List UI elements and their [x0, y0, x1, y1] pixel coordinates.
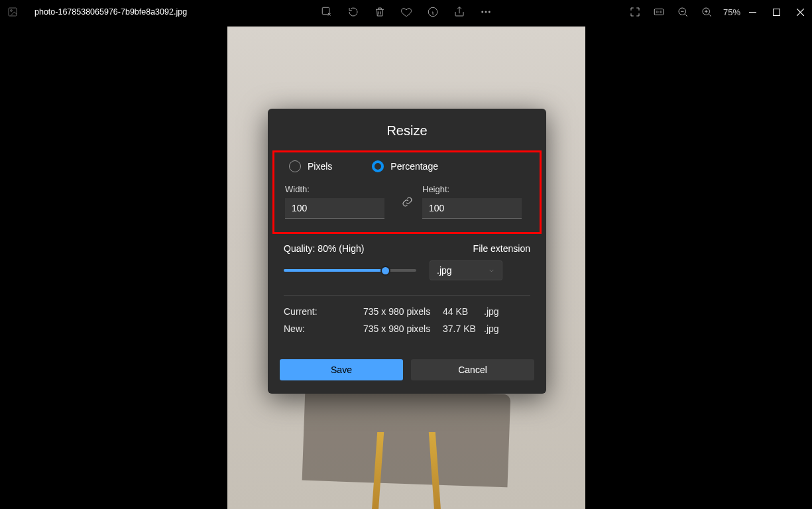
svg-point-6 — [489, 11, 490, 13]
chevron-down-icon — [488, 267, 495, 274]
file-extension-value: .jpg — [437, 265, 452, 276]
cancel-button[interactable]: Cancel — [411, 359, 534, 380]
filename: photo-1678538065976-7b9bfe8a3092.jpg — [34, 7, 187, 17]
current-ext: .jpg — [484, 306, 510, 317]
actual-size-icon[interactable] — [653, 6, 665, 18]
delete-icon[interactable] — [374, 6, 386, 18]
unit-radio-group: Pixels Percentage — [285, 160, 529, 172]
height-label: Height: — [422, 184, 529, 194]
app-icon — [3, 2, 23, 22]
svg-rect-0 — [9, 8, 17, 16]
svg-point-1 — [11, 10, 13, 12]
svg-point-5 — [485, 11, 486, 13]
close-button[interactable] — [788, 0, 812, 24]
radio-percentage[interactable]: Percentage — [372, 160, 438, 172]
favorite-icon[interactable] — [400, 6, 412, 18]
highlighted-region: Pixels Percentage Width: Height: — [272, 150, 542, 234]
radio-checked-icon — [372, 160, 384, 172]
zoom-in-icon[interactable] — [701, 6, 713, 18]
file-extension-select[interactable]: .jpg — [430, 260, 502, 280]
rotate-icon[interactable] — [347, 6, 359, 18]
quality-slider[interactable] — [284, 262, 416, 278]
save-button[interactable]: Save — [280, 359, 403, 380]
minimize-button[interactable] — [740, 0, 764, 24]
new-filesize: 37.7 KB — [443, 323, 484, 334]
new-dimensions: 735 x 980 pixels — [363, 323, 443, 334]
dialog-title: Resize — [268, 123, 546, 139]
quality-label: Quality: 80% (High) — [284, 243, 364, 254]
current-dimensions: 735 x 980 pixels — [363, 306, 443, 317]
info-icon[interactable] — [427, 6, 439, 18]
resize-dialog: Resize Pixels Percentage Width: Height: — [268, 109, 546, 394]
height-input[interactable] — [422, 198, 522, 219]
more-icon[interactable] — [480, 6, 492, 18]
ladder-graphic — [367, 432, 446, 509]
titlebar: photo-1678538065976-7b9bfe8a3092.jpg 75% — [0, 0, 812, 24]
radio-unchecked-icon — [289, 160, 301, 172]
edit-image-icon[interactable] — [321, 6, 333, 18]
zoom-out-icon[interactable] — [677, 6, 689, 18]
radio-percentage-label: Percentage — [390, 161, 438, 172]
file-extension-label: File extension — [473, 243, 530, 254]
new-ext: .jpg — [484, 323, 510, 334]
fullscreen-icon[interactable] — [629, 6, 641, 18]
link-dimensions-icon[interactable] — [400, 196, 414, 207]
svg-point-4 — [481, 11, 483, 13]
maximize-button[interactable] — [764, 0, 788, 24]
svg-rect-10 — [773, 9, 780, 15]
share-icon[interactable] — [453, 6, 465, 18]
radio-pixels[interactable]: Pixels — [289, 160, 332, 172]
current-label: Current: — [284, 306, 363, 317]
width-input[interactable] — [285, 198, 384, 219]
radio-pixels-label: Pixels — [308, 161, 332, 172]
window-controls — [740, 0, 812, 24]
width-label: Width: — [285, 184, 392, 194]
toolbar-right: 75% — [629, 6, 740, 18]
current-filesize: 44 KB — [443, 306, 484, 317]
size-info: Current: 735 x 980 pixels 44 KB .jpg New… — [268, 296, 546, 334]
new-label: New: — [284, 323, 363, 334]
zoom-level: 75% — [723, 7, 740, 17]
toolbar-center — [321, 6, 492, 18]
